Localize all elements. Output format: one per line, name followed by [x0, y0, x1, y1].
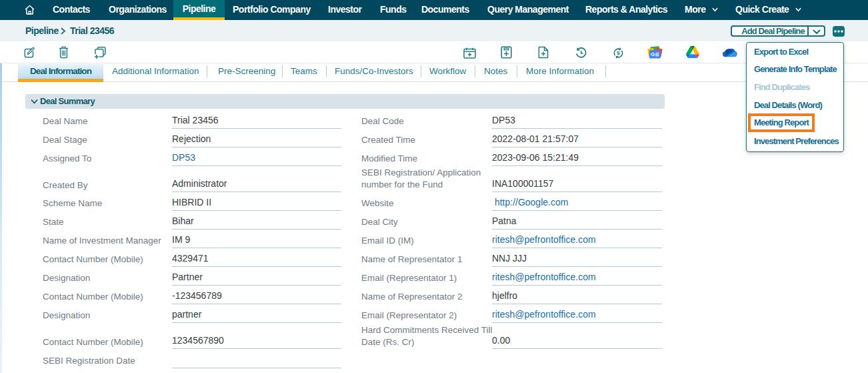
svg-text:G: G [651, 51, 655, 57]
svg-text:$: $ [617, 50, 620, 56]
